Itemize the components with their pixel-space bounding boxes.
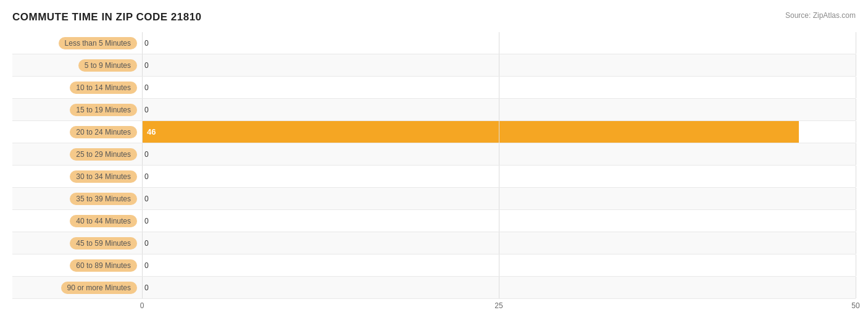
bar-value: 0 [144,195,149,203]
bar-track: 0 [142,99,856,120]
label-pill: 45 to 59 Minutes [70,237,137,250]
bar-value: 0 [144,39,149,48]
bar-label: 30 to 34 Minutes [12,170,142,183]
bar-label: Less than 5 Minutes [12,37,142,49]
bar-track: 0 [142,32,856,54]
bar-value: 0 [144,172,149,181]
bar-row: Less than 5 Minutes0 [12,32,856,54]
bar-track: 0 [142,254,856,276]
label-pill: 15 to 19 Minutes [70,104,137,116]
bar-label: 35 to 39 Minutes [12,193,142,205]
bar-label: 10 to 14 Minutes [12,82,142,94]
label-pill: 60 to 89 Minutes [70,259,137,272]
label-pill: 90 or more Minutes [61,282,137,294]
bar-label: 40 to 44 Minutes [12,215,142,227]
bar-row: 15 to 19 Minutes0 [12,99,856,121]
bar-track: 0 [142,210,856,232]
label-pill: Less than 5 Minutes [59,37,137,49]
x-axis: 02550 [142,301,856,314]
chart-header: COMMUTE TIME IN ZIP CODE 21810 Source: Z… [12,11,856,23]
bar-value: 0 [144,283,149,292]
chart-title: COMMUTE TIME IN ZIP CODE 21810 [12,11,202,23]
bar-track: 0 [142,277,856,298]
bar-track: 0 [142,77,856,98]
bar-row: 35 to 39 Minutes0 [12,188,856,210]
bar-row: 5 to 9 Minutes0 [12,54,856,77]
bar-value: 0 [144,83,149,92]
bar-value: 0 [144,261,149,270]
bar-label: 90 or more Minutes [12,282,142,294]
bar-track: 0 [142,143,856,165]
label-pill: 5 to 9 Minutes [78,59,137,72]
label-pill: 10 to 14 Minutes [70,82,137,94]
bar-label: 15 to 19 Minutes [12,104,142,116]
label-pill: 35 to 39 Minutes [70,193,137,205]
bar-track: 0 [142,188,856,209]
bar-value: 0 [144,150,149,159]
bar-row: 60 to 89 Minutes0 [12,254,856,277]
bar-row: 20 to 24 Minutes46 [12,121,856,143]
bar-label: 5 to 9 Minutes [12,59,142,72]
bar-value: 0 [144,61,149,70]
bar-value: 0 [144,217,149,225]
bar-label: 45 to 59 Minutes [12,237,142,250]
chart-source: Source: ZipAtlas.com [785,11,856,20]
chart-area: Less than 5 Minutes05 to 9 Minutes010 to… [12,32,856,299]
bar-row: 90 or more Minutes0 [12,277,856,299]
bar-fill: 46 [142,121,799,143]
bar-label: 20 to 24 Minutes [12,126,142,138]
bar-track: 46 [142,121,856,143]
bar-track: 0 [142,54,856,76]
bar-track: 0 [142,166,856,187]
label-pill: 40 to 44 Minutes [70,215,137,227]
bar-row: 25 to 29 Minutes0 [12,143,856,166]
bar-value: 0 [144,239,149,248]
bar-track: 0 [142,232,856,254]
chart-container: COMMUTE TIME IN ZIP CODE 21810 Source: Z… [0,0,868,323]
x-tick: 25 [495,301,503,310]
x-tick: 50 [851,301,859,310]
bar-row: 40 to 44 Minutes0 [12,210,856,232]
bar-row: 45 to 59 Minutes0 [12,232,856,254]
bar-row: 30 to 34 Minutes0 [12,166,856,188]
bar-value: 0 [144,106,149,114]
bar-value: 46 [147,127,156,136]
bar-label: 25 to 29 Minutes [12,148,142,161]
label-pill: 30 to 34 Minutes [70,170,137,183]
label-pill: 20 to 24 Minutes [70,126,137,138]
bar-row: 10 to 14 Minutes0 [12,77,856,99]
bar-label: 60 to 89 Minutes [12,259,142,272]
label-pill: 25 to 29 Minutes [70,148,137,161]
x-tick: 0 [140,301,144,310]
